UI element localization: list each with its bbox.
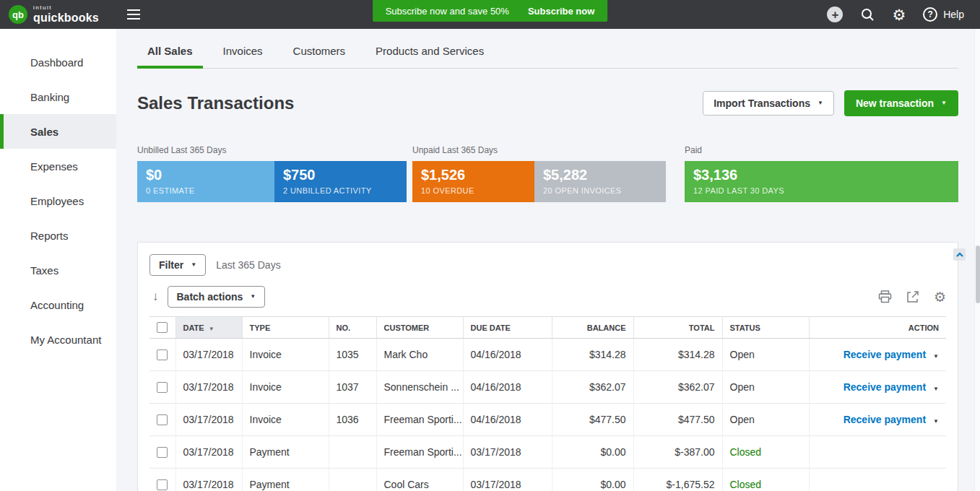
- search-icon[interactable]: [860, 7, 875, 22]
- tile-amount: $750: [283, 167, 398, 183]
- cell-type: Payment: [242, 469, 329, 491]
- quickbooks-logo[interactable]: qb intuit quickbooks: [0, 5, 99, 24]
- sidebar-item-accounting[interactable]: Accounting: [0, 287, 116, 322]
- cell-date: 03/17/2018: [175, 339, 242, 371]
- column-header-total[interactable]: TOTAL: [633, 317, 722, 339]
- sidebar-item-employees[interactable]: Employees: [0, 183, 116, 218]
- row-checkbox[interactable]: [157, 479, 168, 490]
- sidebar-item-expenses[interactable]: Expenses: [0, 149, 116, 183]
- gear-icon[interactable]: ⚙: [892, 7, 906, 22]
- row-checkbox[interactable]: [157, 447, 168, 458]
- sort-direction-icon[interactable]: ↓: [152, 290, 159, 304]
- sort-desc-icon: ▼: [209, 326, 214, 332]
- tab-products-services[interactable]: Products and Services: [365, 45, 494, 69]
- column-header-no[interactable]: NO.: [329, 317, 376, 339]
- cell-status: Open: [722, 404, 809, 436]
- table-tools: ⚙: [878, 290, 946, 304]
- chevron-down-icon[interactable]: ▼: [933, 386, 939, 392]
- cell-customer: Mark Cho: [376, 339, 463, 371]
- select-all-checkbox[interactable]: [157, 322, 168, 333]
- cell-total: $314.28: [633, 339, 722, 371]
- table-header-row: DATE▼ TYPE NO. CUSTOMER DUE DATE BALANCE…: [149, 317, 946, 339]
- tile-overdue[interactable]: $1,526 10 OVERDUE: [412, 161, 534, 202]
- collapse-money-bar-button[interactable]: [953, 248, 966, 261]
- cell-type: Payment: [242, 436, 329, 469]
- intuit-label: intuit: [33, 5, 99, 11]
- scrollbar-thumb[interactable]: [976, 246, 980, 303]
- tile-unbilled-activity[interactable]: $750 2 UNBILLED ACTIVITY: [274, 161, 407, 202]
- table-row: 03/17/2018 Invoice 1035 Mark Cho 04/16/2…: [149, 339, 946, 371]
- sidebar-item-dashboard[interactable]: Dashboard: [0, 45, 116, 79]
- receive-payment-link[interactable]: Receive payment: [844, 381, 926, 393]
- tab-customers[interactable]: Customers: [283, 45, 356, 69]
- column-header-date[interactable]: DATE▼: [175, 317, 242, 339]
- cell-total: $362.07: [633, 371, 722, 404]
- cell-due-date: 04/16/2018: [463, 339, 552, 371]
- money-group-label: Paid: [685, 145, 958, 155]
- subscribe-now-button[interactable]: Subscribe now: [528, 6, 594, 17]
- cell-balance: $362.07: [552, 371, 633, 404]
- cell-date: 03/17/2018: [175, 469, 242, 491]
- new-transaction-button[interactable]: New transaction ▼: [844, 90, 958, 116]
- cell-customer: Sonnenschein ...: [376, 371, 463, 404]
- filter-row: Filter ▼ Last 365 Days: [149, 254, 946, 276]
- receive-payment-link[interactable]: Receive payment: [844, 349, 926, 360]
- receive-payment-link[interactable]: Receive payment: [844, 414, 926, 425]
- column-header-balance[interactable]: BALANCE: [552, 317, 633, 339]
- cell-date: 03/17/2018: [175, 404, 242, 436]
- sidebar-item-taxes[interactable]: Taxes: [0, 253, 116, 287]
- tile-caption: 12 PAID LAST 30 DAYS: [693, 186, 950, 195]
- page-title: Sales Transactions: [137, 93, 294, 113]
- tab-all-sales[interactable]: All Sales: [137, 45, 203, 69]
- chevron-down-icon[interactable]: ▼: [933, 418, 939, 425]
- column-header-due-date[interactable]: DUE DATE: [463, 317, 552, 339]
- table-settings-gear-icon[interactable]: ⚙: [934, 290, 946, 304]
- help-button[interactable]: ? Help: [923, 7, 964, 22]
- import-transactions-button[interactable]: Import Transactions ▼: [703, 91, 834, 116]
- tile-open-invoices[interactable]: $5,282 20 OPEN INVOICES: [534, 161, 666, 202]
- cell-type: Invoice: [242, 371, 329, 404]
- help-label: Help: [943, 9, 964, 20]
- tile-paid[interactable]: $3,136 12 PAID LAST 30 DAYS: [685, 161, 958, 202]
- cell-balance: $0.00: [552, 436, 633, 469]
- batch-actions-button[interactable]: Batch actions ▼: [168, 286, 266, 308]
- tile-amount: $1,526: [421, 167, 526, 183]
- table-row: 03/17/2018 Invoice 1037 Sonnenschein ...…: [149, 371, 946, 404]
- subscribe-banner-text: Subscribe now and save 50%: [386, 6, 509, 17]
- cell-customer: Freeman Sporti...: [376, 436, 463, 469]
- print-icon[interactable]: [878, 290, 892, 303]
- column-header-status[interactable]: STATUS: [722, 317, 809, 339]
- column-header-action[interactable]: ACTION: [809, 317, 946, 339]
- select-all-header: [149, 317, 175, 339]
- sidebar-item-sales[interactable]: Sales: [0, 114, 116, 149]
- column-header-type[interactable]: TYPE: [242, 317, 329, 339]
- row-checkbox[interactable]: [157, 349, 168, 360]
- cell-date: 03/17/2018: [175, 371, 242, 404]
- subscribe-banner: Subscribe now and save 50% Subscribe now: [373, 0, 608, 22]
- app-window: qb intuit quickbooks Subscribe now and s…: [0, 0, 980, 491]
- sidebar-item-banking[interactable]: Banking: [0, 79, 116, 114]
- row-checkbox[interactable]: [157, 382, 168, 393]
- cell-balance: $314.28: [552, 339, 633, 371]
- header-actions: + ⚙ ? Help: [827, 6, 980, 22]
- hamburger-menu-icon[interactable]: [126, 9, 141, 19]
- export-icon[interactable]: [906, 290, 919, 303]
- chevron-down-icon[interactable]: ▼: [933, 353, 939, 360]
- filter-range-label: Last 365 Days: [216, 259, 281, 271]
- cell-due-date: 03/17/2018: [463, 469, 552, 491]
- tile-estimates[interactable]: $0 0 ESTIMATE: [137, 161, 274, 202]
- cell-status: Closed: [722, 436, 809, 469]
- vertical-scrollbar[interactable]: [974, 29, 980, 491]
- row-checkbox[interactable]: [157, 414, 168, 425]
- filter-button[interactable]: Filter ▼: [149, 254, 206, 276]
- sidebar-item-my-accountant[interactable]: My Accountant: [0, 322, 116, 357]
- sidebar-item-reports[interactable]: Reports: [0, 218, 116, 253]
- column-header-customer[interactable]: CUSTOMER: [376, 317, 463, 339]
- tile-amount: $0: [146, 167, 266, 183]
- import-transactions-label: Import Transactions: [714, 97, 810, 109]
- tab-invoices[interactable]: Invoices: [213, 45, 273, 69]
- quick-create-plus-icon[interactable]: +: [827, 6, 843, 22]
- cell-no: 1037: [329, 371, 376, 404]
- title-buttons: Import Transactions ▼ New transaction ▼: [703, 90, 958, 116]
- title-row: Sales Transactions Import Transactions ▼…: [137, 90, 958, 116]
